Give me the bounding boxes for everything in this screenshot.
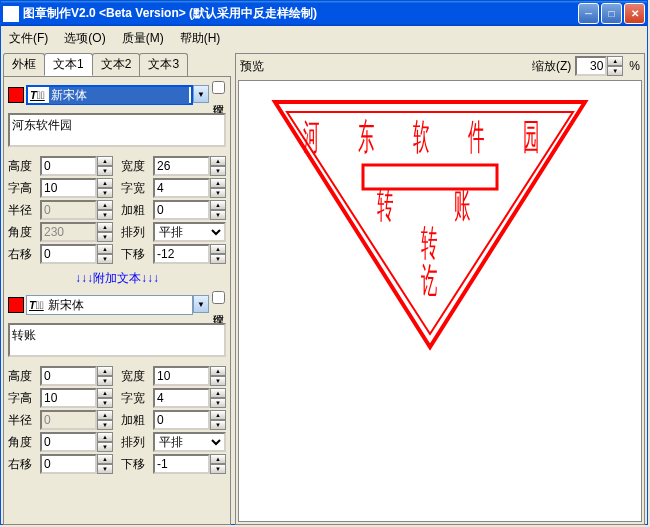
spin-up[interactable]: ▲ (97, 388, 113, 398)
tab-text2[interactable]: 文本2 (92, 53, 141, 76)
input-charwidth-1[interactable] (153, 178, 210, 198)
font-dropdown-2[interactable]: ▼ (193, 295, 209, 313)
spin-down[interactable]: ▼ (97, 464, 113, 474)
spin-up[interactable]: ▲ (210, 454, 226, 464)
titlebar-text: 图章制作V2.0 <Beta Version> (默认采用中反走样绘制) (23, 5, 578, 22)
select-arrange-2[interactable]: 平排 (153, 432, 226, 452)
tab-outline[interactable]: 外框 (3, 53, 45, 76)
input-angle-2[interactable] (40, 432, 97, 452)
zoom-down[interactable]: ▼ (607, 66, 623, 76)
input-dshift-1[interactable] (153, 244, 210, 264)
menubar: 文件(F) 选项(O) 质量(M) 帮助(H) (1, 26, 647, 51)
texture-checkbox-2[interactable] (212, 291, 225, 304)
spin-up[interactable]: ▲ (97, 244, 113, 254)
label-charwidth-2: 字宽 (121, 390, 149, 407)
spin-down[interactable]: ▼ (210, 464, 226, 474)
svg-text:账: 账 (454, 184, 470, 224)
spin-down[interactable]: ▼ (97, 232, 113, 242)
tab-content: T̲ͭ 新宋体 ▼ 纹理 高度▲▼ 宽度▲▼ 字高▲▼ 字宽▲▼ (3, 76, 231, 525)
spin-up[interactable]: ▲ (97, 178, 113, 188)
spin-up[interactable]: ▲ (210, 178, 226, 188)
spin-down[interactable]: ▼ (210, 254, 226, 264)
spin-down[interactable]: ▼ (97, 398, 113, 408)
label-charheight-2: 字高 (8, 390, 36, 407)
spin-up[interactable]: ▲ (97, 222, 113, 232)
input-charheight-2[interactable] (40, 388, 97, 408)
svg-text:件: 件 (468, 117, 484, 157)
menu-help[interactable]: 帮助(H) (176, 28, 225, 49)
label-dshift-1: 下移 (121, 246, 149, 263)
preview-title: 预览 (240, 58, 532, 75)
spin-up[interactable]: ▲ (210, 366, 226, 376)
label-height-2: 高度 (8, 368, 36, 385)
spin-up[interactable]: ▲ (210, 410, 226, 420)
label-dshift-2: 下移 (121, 456, 149, 473)
spin-down[interactable]: ▼ (97, 376, 113, 386)
spin-up[interactable]: ▲ (210, 156, 226, 166)
spin-up[interactable]: ▲ (210, 244, 226, 254)
input-charheight-1[interactable] (40, 178, 97, 198)
svg-text:转: 转 (377, 184, 393, 224)
label-radius-2: 半径 (8, 412, 36, 429)
spin-up[interactable]: ▲ (210, 388, 226, 398)
tab-text1[interactable]: 文本1 (44, 53, 93, 76)
maximize-button[interactable]: □ (601, 3, 622, 24)
text-input-2[interactable] (8, 323, 226, 357)
label-rshift-2: 右移 (8, 456, 36, 473)
input-charwidth-2[interactable] (153, 388, 210, 408)
spin-down[interactable]: ▼ (97, 420, 113, 430)
input-width-1[interactable] (153, 156, 210, 176)
spin-down[interactable]: ▼ (210, 188, 226, 198)
input-dshift-2[interactable] (153, 454, 210, 474)
input-bold-1[interactable] (153, 200, 210, 220)
select-arrange-1[interactable]: 平排 (153, 222, 226, 242)
font-select-1[interactable]: T̲ͭ 新宋体 (26, 85, 193, 105)
spin-down[interactable]: ▼ (97, 442, 113, 452)
color-picker-1[interactable] (8, 87, 24, 103)
preview-panel: 预览 缩放(Z) ▲▼ % 河 东 (235, 53, 645, 525)
spin-down[interactable]: ▼ (97, 210, 113, 220)
spin-down[interactable]: ▼ (97, 254, 113, 264)
spin-up[interactable]: ▲ (210, 200, 226, 210)
texture-check-2[interactable]: 纹理 (211, 291, 226, 319)
menu-options[interactable]: 选项(O) (60, 28, 109, 49)
zoom-input[interactable] (575, 56, 607, 76)
spin-up[interactable]: ▲ (97, 200, 113, 210)
menu-quality[interactable]: 质量(M) (118, 28, 168, 49)
texture-checkbox-1[interactable] (212, 81, 225, 94)
minimize-button[interactable]: ─ (578, 3, 599, 24)
spin-down[interactable]: ▼ (210, 420, 226, 430)
close-button[interactable]: ✕ (624, 3, 645, 24)
text-input-1[interactable] (8, 113, 226, 147)
spin-up[interactable]: ▲ (97, 366, 113, 376)
svg-text:讫: 讫 (421, 261, 437, 301)
input-height-2[interactable] (40, 366, 97, 386)
spin-down[interactable]: ▼ (97, 166, 113, 176)
spin-up[interactable]: ▲ (97, 432, 113, 442)
color-picker-2[interactable] (8, 297, 24, 313)
texture-check-1[interactable]: 纹理 (211, 81, 226, 109)
label-height-1: 高度 (8, 158, 36, 175)
spin-up[interactable]: ▲ (97, 156, 113, 166)
svg-text:园: 园 (523, 117, 539, 157)
input-height-1[interactable] (40, 156, 97, 176)
font-dropdown-1[interactable]: ▼ (193, 85, 209, 103)
svg-text:软: 软 (413, 117, 429, 157)
spin-down[interactable]: ▼ (97, 188, 113, 198)
input-rshift-2[interactable] (40, 454, 97, 474)
spin-up[interactable]: ▲ (97, 454, 113, 464)
tab-text3[interactable]: 文本3 (139, 53, 188, 76)
input-width-2[interactable] (153, 366, 210, 386)
zoom-up[interactable]: ▲ (607, 56, 623, 66)
font-select-2[interactable]: T̲ͭ 新宋体 (26, 295, 193, 315)
zoom-unit: % (629, 59, 640, 73)
menu-file[interactable]: 文件(F) (5, 28, 52, 49)
spin-down[interactable]: ▼ (210, 166, 226, 176)
spin-down[interactable]: ▼ (210, 398, 226, 408)
spin-down[interactable]: ▼ (210, 210, 226, 220)
label-radius-1: 半径 (8, 202, 36, 219)
spin-up[interactable]: ▲ (97, 410, 113, 420)
input-bold-2[interactable] (153, 410, 210, 430)
spin-down[interactable]: ▼ (210, 376, 226, 386)
input-rshift-1[interactable] (40, 244, 97, 264)
